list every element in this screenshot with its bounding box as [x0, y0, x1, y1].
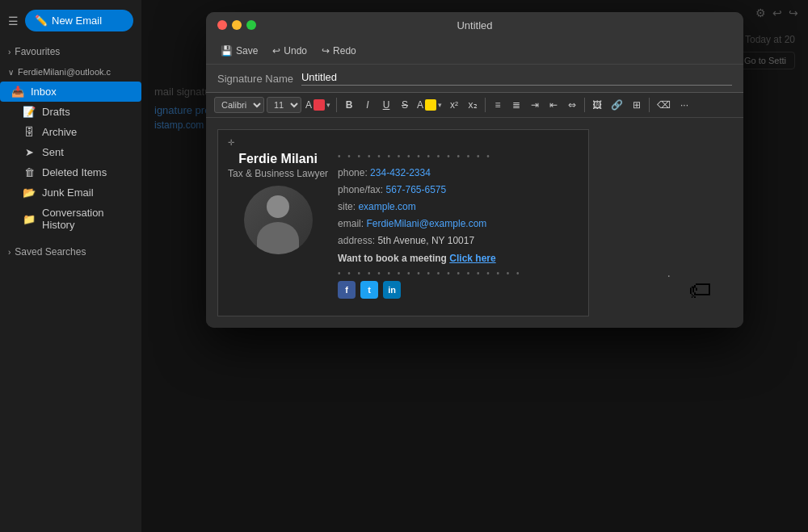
- divider: [584, 98, 585, 112]
- bold-button[interactable]: B: [341, 98, 357, 112]
- sig-phone-link[interactable]: 234-432-2334: [370, 167, 431, 178]
- minimize-button[interactable]: [232, 20, 242, 30]
- sidebar-item-junk[interactable]: 📂 Junk Email: [0, 182, 141, 203]
- linkedin-icon[interactable]: in: [383, 281, 401, 299]
- sig-address-line: address: 5th Avenue, NY 10017: [338, 233, 579, 248]
- signature-card: ✛ Ferdie Milani Tax & Business Lawyer • …: [217, 129, 589, 316]
- sig-job-title: Tax & Business Lawyer: [228, 168, 328, 179]
- divider: [649, 98, 650, 112]
- chevron-icon: ›: [8, 48, 11, 57]
- sidebar-item-conversation[interactable]: 📁 Conversation History: [0, 203, 141, 235]
- sidebar-item-inbox[interactable]: 📥 Inbox: [0, 82, 141, 102]
- main-content: ⚙ ↩ ↪ Today at 20 ad external images Go …: [141, 0, 808, 532]
- new-email-button[interactable]: ✏️ New Email: [25, 10, 133, 31]
- modal-titlebar: Untitled: [206, 12, 743, 38]
- archive-icon: 🗄: [23, 126, 36, 138]
- indent-button[interactable]: ⇥: [527, 98, 543, 112]
- sig-address-value: 5th Avenue, NY 10017: [377, 235, 474, 246]
- superscript-button[interactable]: x²: [446, 98, 462, 112]
- junk-icon: 📂: [23, 186, 36, 199]
- facebook-icon[interactable]: f: [338, 281, 356, 299]
- sig-social-icons: f t in: [338, 281, 579, 299]
- drafts-icon: 📝: [23, 106, 36, 118]
- sig-meeting-text: Want to book a meeting: [338, 253, 447, 264]
- sig-fax-line: phone/fax: 567-765-6575: [338, 182, 579, 197]
- signature-name-label: Signature Name: [217, 73, 293, 85]
- divider: [336, 98, 337, 112]
- text-color-button[interactable]: A ▾: [304, 98, 332, 112]
- signature-name-input[interactable]: Untitled: [301, 71, 732, 86]
- person-head: [267, 195, 289, 218]
- editor-dot: ·: [667, 269, 671, 283]
- sidebar-item-sent[interactable]: ➤ Sent: [0, 142, 141, 162]
- saved-searches-section[interactable]: › Saved Searches: [0, 241, 141, 262]
- sig-email-line: email: FerdieMilani@example.com: [338, 216, 579, 231]
- signature-content: Ferdie Milani Tax & Business Lawyer • • …: [228, 152, 579, 299]
- underline-button[interactable]: U: [378, 98, 394, 112]
- sig-phone-line: phone: 234-432-2334: [338, 165, 579, 180]
- table-button[interactable]: ⊞: [629, 98, 645, 112]
- highlight-button[interactable]: A ▾: [415, 98, 444, 112]
- modal-window: Untitled 💾 Save ↩ Undo ↪ Redo Sig: [206, 12, 743, 328]
- sig-email-link[interactable]: FerdieMilani@example.com: [366, 218, 486, 229]
- editor-area[interactable]: ✛ Ferdie Milani Tax & Business Lawyer • …: [206, 118, 743, 328]
- sig-site-link[interactable]: example.com: [358, 201, 415, 212]
- subscript-button[interactable]: x₂: [465, 98, 481, 112]
- redo-icon: ↪: [322, 45, 330, 57]
- modal-title: Untitled: [457, 19, 492, 31]
- chevron-icon: ∨: [8, 68, 14, 77]
- italic-button[interactable]: I: [360, 98, 376, 112]
- deleted-icon: 🗑: [23, 166, 36, 178]
- chevron-icon: ›: [8, 248, 11, 257]
- stamp-emoji: 🏷: [688, 277, 711, 304]
- sidebar-item-drafts[interactable]: 📝 Drafts: [0, 102, 141, 122]
- outdent-button[interactable]: ⇤: [545, 98, 562, 112]
- modal-toolbar: 💾 Save ↩ Undo ↪ Redo: [206, 38, 743, 65]
- conversation-icon: 📁: [23, 213, 36, 225]
- more-button[interactable]: ···: [676, 98, 692, 112]
- account-section[interactable]: ∨ FerdieMilani@outlook.c: [0, 62, 141, 82]
- divider: [485, 98, 486, 112]
- signature-left: Ferdie Milani Tax & Business Lawyer: [228, 152, 328, 254]
- sidebar-item-deleted[interactable]: 🗑 Deleted Items: [0, 162, 141, 182]
- signature-name-row: Signature Name Untitled: [206, 65, 743, 93]
- compose-icon: ✏️: [35, 15, 48, 27]
- save-icon: 💾: [221, 45, 233, 57]
- sig-photo: [244, 186, 313, 254]
- format-toolbar: Calibri 11 A ▾ B I U S A ▾: [206, 93, 743, 118]
- redo-button[interactable]: ↪ Redo: [317, 43, 361, 59]
- modal-overlay: Untitled 💾 Save ↩ Undo ↪ Redo Sig: [141, 0, 808, 532]
- number-list-button[interactable]: ≣: [508, 98, 524, 112]
- move-handle[interactable]: ✛: [228, 138, 579, 147]
- person-body: [257, 222, 299, 254]
- image-button[interactable]: 🖼: [589, 98, 605, 112]
- signature-right: • • • • • • • • • • • • • • • • phone: 2…: [338, 152, 579, 299]
- sig-site-line: site: example.com: [338, 199, 579, 214]
- font-select[interactable]: Calibri: [214, 97, 264, 113]
- undo-icon: ↩: [272, 45, 280, 57]
- sent-icon: ➤: [23, 146, 36, 158]
- close-button[interactable]: [217, 20, 227, 30]
- bullet-list-button[interactable]: ≡: [490, 98, 506, 112]
- maximize-button[interactable]: [246, 20, 256, 30]
- sidebar: ☰ ✏️ New Email › Favourites ∨ FerdieMila…: [0, 0, 141, 532]
- sig-click-here-link[interactable]: Click here: [449, 253, 495, 264]
- sidebar-item-archive[interactable]: 🗄 Archive: [0, 122, 141, 142]
- inbox-icon: 📥: [11, 86, 24, 98]
- sidebar-header: ☰ ✏️ New Email: [0, 0, 141, 41]
- sig-name: Ferdie Milani: [238, 152, 318, 166]
- save-button[interactable]: 💾 Save: [216, 43, 263, 59]
- align-button[interactable]: ⇔: [564, 98, 580, 112]
- undo-button[interactable]: ↩ Undo: [267, 43, 312, 59]
- sig-dots-top: • • • • • • • • • • • • • • • •: [338, 152, 579, 161]
- sig-dots-bottom: • • • • • • • • • • • • • • • • • • •: [338, 269, 579, 278]
- sig-meeting-line: Want to book a meeting Click here: [338, 253, 579, 264]
- link-button[interactable]: 🔗: [608, 98, 626, 112]
- hamburger-icon[interactable]: ☰: [8, 15, 19, 27]
- sig-fax-link[interactable]: 567-765-6575: [385, 184, 446, 195]
- strikethrough-button[interactable]: S: [397, 98, 413, 112]
- favourites-section[interactable]: › Favourites: [0, 41, 141, 62]
- font-size-select[interactable]: 11: [267, 97, 301, 113]
- clear-format-button[interactable]: ⌫: [654, 98, 674, 112]
- twitter-icon[interactable]: t: [360, 281, 378, 299]
